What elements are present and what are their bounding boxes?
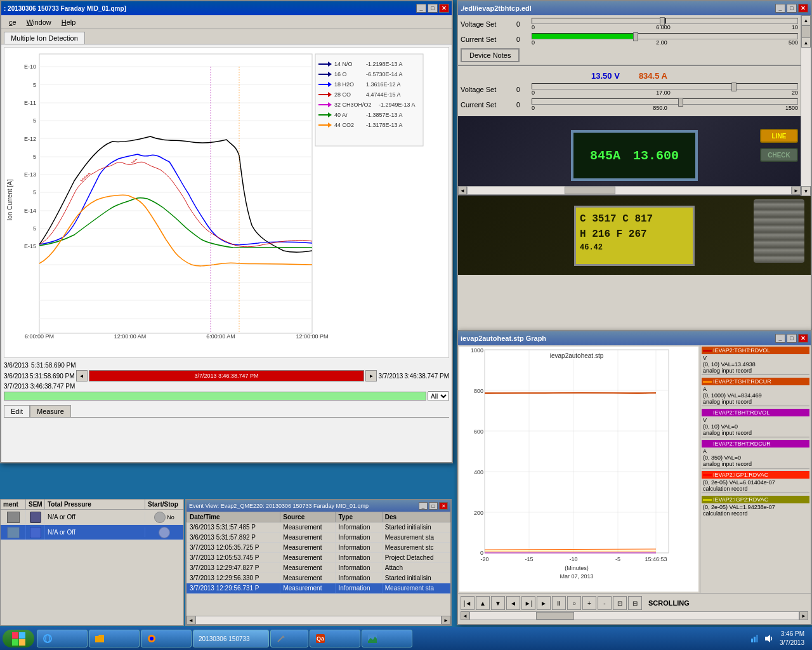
graph-nav-right-far[interactable]: ►| bbox=[521, 596, 535, 610]
graph-titlebar-controls: _ □ ✕ bbox=[775, 334, 808, 343]
inst-start-btn-1[interactable] bbox=[154, 512, 166, 523]
temp-line3: 46.42 bbox=[580, 242, 689, 253]
event-source-3: Measurement bbox=[280, 543, 336, 553]
edl-c-slider-thumb[interactable] bbox=[633, 32, 638, 41]
edl-v-slider-thumb[interactable] bbox=[660, 17, 665, 26]
mid-minimize-btn[interactable]: _ bbox=[416, 4, 426, 13]
svg-text:18 H2O: 18 H2O bbox=[334, 81, 354, 88]
graph-hscroll-left[interactable]: ◄ bbox=[461, 611, 469, 620]
event-type-1: Information bbox=[336, 522, 382, 533]
event-row-7[interactable]: 3/7/2013 12:29:56.731 P Measurement Info… bbox=[187, 583, 450, 594]
graph-nav-right[interactable]: ► bbox=[537, 596, 551, 610]
graph-nav-pause[interactable]: ⏸ bbox=[552, 596, 566, 610]
taskbar-firefox[interactable] bbox=[141, 630, 192, 647]
event-hscroll-right[interactable]: ► bbox=[442, 616, 450, 625]
timeline-prev-btn[interactable]: ◄ bbox=[76, 370, 88, 381]
graph-close-btn[interactable]: ✕ bbox=[798, 334, 808, 343]
svg-rect-0 bbox=[39, 54, 312, 333]
inst-start-btn-2[interactable] bbox=[159, 527, 170, 538]
edl-minimize-btn[interactable]: _ bbox=[775, 4, 785, 13]
edl-close-btn[interactable]: ✕ bbox=[798, 4, 808, 13]
menu-ce[interactable]: ce bbox=[4, 17, 22, 27]
check-btn[interactable]: CHECK bbox=[760, 148, 798, 162]
edl-c2-thumb[interactable] bbox=[678, 98, 683, 107]
edl-reading-current: 834.5 A bbox=[639, 71, 667, 81]
graph-nav-left[interactable]: ◄ bbox=[506, 596, 520, 610]
graph-minimize-btn[interactable]: _ bbox=[775, 334, 785, 343]
inst-row-2: N/A or Off bbox=[1, 525, 183, 540]
graph-nav-circle[interactable]: ○ bbox=[567, 596, 581, 610]
zoom-bar[interactable] bbox=[4, 392, 426, 401]
svg-rect-63 bbox=[485, 350, 669, 553]
event-desc-3: Measurement stc bbox=[382, 543, 450, 553]
event-row-4[interactable]: 3/7/2013 12:05:53.745 P Measurement Info… bbox=[187, 553, 450, 563]
event-col-date: Date/Time bbox=[187, 512, 280, 522]
graph-svg: 1000 800 600 400 200 0 -20 -15 -10 -5 15… bbox=[459, 347, 698, 592]
event-hscroll-left[interactable]: ◄ bbox=[187, 616, 195, 625]
edl-c2-max-label: 1500 bbox=[785, 105, 798, 111]
taskbar-app1[interactable]: 20130306 150733 bbox=[193, 630, 269, 647]
svg-text:-1.3857E-13 A: -1.3857E-13 A bbox=[366, 112, 403, 118]
hscroll-track bbox=[467, 186, 792, 195]
graph-nav-zoom-out[interactable]: ⊟ bbox=[628, 596, 642, 610]
svg-text:(Minutes): (Minutes) bbox=[565, 565, 589, 571]
graph-nav-left-far[interactable]: |◄ bbox=[461, 596, 475, 610]
edl-scroll-up-btn[interactable]: ▲ bbox=[801, 15, 811, 25]
timeline-end-time: 3:46:38.747 PM bbox=[404, 373, 449, 380]
edl-v2-thumb[interactable] bbox=[731, 83, 737, 91]
start-button[interactable] bbox=[3, 630, 34, 647]
taskbar-explorer[interactable] bbox=[89, 630, 140, 647]
scrolling-label: SCROLLING bbox=[648, 599, 690, 607]
svg-text:14 N/O: 14 N/O bbox=[334, 61, 353, 67]
taskbar-app2[interactable] bbox=[270, 630, 308, 647]
event-maximize-btn[interactable]: □ bbox=[429, 502, 438, 510]
event-close-btn[interactable]: ✕ bbox=[439, 502, 448, 510]
event-row-5[interactable]: 3/7/2013 12:29:47.827 P Measurement Info… bbox=[187, 563, 450, 573]
device-notes-btn[interactable]: Device Notes bbox=[461, 48, 520, 62]
line-btn[interactable]: LINE bbox=[760, 129, 798, 143]
camera-scroll-up-btn[interactable]: ▲ bbox=[801, 37, 811, 48]
hscroll-thumb[interactable] bbox=[565, 187, 615, 194]
camera-scroll-down-btn[interactable]: ▼ bbox=[801, 186, 811, 196]
hscroll-right-btn[interactable]: ► bbox=[792, 186, 801, 195]
edl-camera-area: 845A 13.600 LINE CHECK ◄ ► bbox=[458, 116, 811, 275]
graph-nav-down[interactable]: ▼ bbox=[491, 596, 505, 610]
legend-entry-1: IEVAP2:TGHT:RDVOL V (0, 10) VAL=13.4938 … bbox=[702, 347, 809, 375]
svg-text:15:46:53: 15:46:53 bbox=[645, 556, 667, 562]
graph-nav-up[interactable]: ▲ bbox=[476, 596, 490, 610]
taskbar-app4[interactable] bbox=[362, 630, 412, 647]
graph-restore-btn[interactable]: □ bbox=[787, 334, 797, 343]
event-desc-1: Started initialisin bbox=[382, 522, 450, 533]
timeline-bar[interactable]: 3/7/2013 3:46:38.747 PM bbox=[89, 370, 365, 381]
graph-hscroll-thumb[interactable] bbox=[536, 612, 574, 620]
graph-hscroll-right[interactable]: ► bbox=[799, 611, 808, 620]
mid-tab-ion[interactable]: Multiple Ion Detection bbox=[4, 32, 85, 44]
event-minimize-btn[interactable]: _ bbox=[419, 502, 428, 510]
edl-v-min: 0 bbox=[516, 21, 527, 28]
event-row-1[interactable]: 3/6/2013 5:31:57.485 P Measurement Infor… bbox=[187, 522, 450, 533]
timeline-next-btn[interactable]: ► bbox=[365, 370, 377, 381]
edit-tab[interactable]: Edit bbox=[4, 405, 30, 417]
taskbar-ie[interactable] bbox=[37, 630, 88, 647]
measure-tab[interactable]: Measure bbox=[30, 405, 71, 417]
mid-maximize-btn[interactable]: □ bbox=[428, 4, 438, 13]
svg-text:ievap2autoheat.stp: ievap2autoheat.stp bbox=[550, 352, 604, 359]
event-row-6[interactable]: 3/7/2013 12:29:56.330 P Measurement Info… bbox=[187, 573, 450, 583]
mid-close-btn[interactable]: ✕ bbox=[439, 4, 449, 13]
menu-help[interactable]: Help bbox=[56, 17, 81, 27]
event-row-3[interactable]: 3/7/2013 12:05:35.725 P Measurement Info… bbox=[187, 543, 450, 553]
leg-name-5: IEVAP2:IGP1:RDVAC bbox=[713, 472, 768, 478]
graph-nav-zoom-fit[interactable]: ⊡ bbox=[613, 596, 627, 610]
graph-nav-minus[interactable]: - bbox=[598, 596, 612, 610]
graph-nav-plus[interactable]: + bbox=[582, 596, 596, 610]
menu-window[interactable]: Window bbox=[22, 17, 56, 27]
graph-titlebar: ievap2autoheat.stp Graph _ □ ✕ bbox=[458, 331, 811, 345]
event-row-2[interactable]: 3/6/2013 5:31:57.892 P Measurement Infor… bbox=[187, 533, 450, 543]
hscroll-left-btn[interactable]: ◄ bbox=[458, 186, 467, 195]
time-start-time: 5:31:58.690 PM bbox=[31, 362, 76, 369]
zoom-select[interactable]: All bbox=[428, 391, 449, 401]
event-hscroll: ◄ ► bbox=[187, 616, 450, 625]
edl-maximize-btn[interactable]: □ bbox=[787, 4, 797, 13]
taskbar-app3[interactable]: Qa bbox=[310, 630, 360, 647]
legend-entry-4: IEVAP2:TBHT:RDCUR A (0, 350) VAL=0 analo… bbox=[702, 440, 809, 468]
